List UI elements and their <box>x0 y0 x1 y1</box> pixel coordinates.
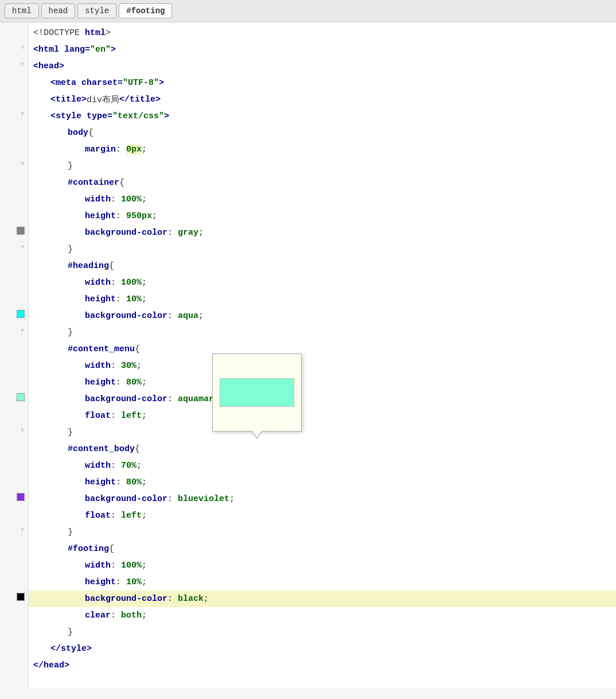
code-line-12: height: 950px; <box>29 208 616 224</box>
gutter-row-2[interactable]: ▽ <box>0 39 28 56</box>
code-line-35: background-color: black; <box>29 591 616 607</box>
code-text: type= <box>87 111 112 121</box>
code-text: : <box>116 145 126 154</box>
breadcrumb-tab-style[interactable]: style <box>77 3 116 18</box>
gutter-row-22 <box>0 372 28 389</box>
code-line-25: } <box>29 424 616 441</box>
gutter-row-31[interactable]: ▽ <box>0 522 28 538</box>
code-text: height <box>85 378 116 387</box>
code-text: float <box>85 411 111 421</box>
fold-arrow[interactable]: ▽ <box>19 244 26 251</box>
fold-arrow[interactable]: ▽ <box>19 161 26 168</box>
code-text: : <box>167 594 178 604</box>
code-text: ; <box>204 594 209 604</box>
code-line-18: background-color: aqua; <box>29 308 616 324</box>
gutter-row-14[interactable]: ▽ <box>0 239 28 255</box>
code-text: > <box>159 78 164 88</box>
gutter-row-9[interactable]: ▽ <box>0 156 28 172</box>
code-text: float <box>85 511 111 521</box>
code-text <box>59 45 64 55</box>
code-text: 10% <box>126 294 142 304</box>
code-text: html <box>85 28 106 38</box>
code-text: height <box>85 294 116 304</box>
gutter-row-18[interactable] <box>0 305 28 322</box>
fold-arrow[interactable]: ▽ <box>19 427 26 434</box>
code-content: <!DOCTYPE html> <html lang="en"> <head> … <box>29 22 616 688</box>
breadcrumb-tab-html[interactable]: html <box>5 3 39 18</box>
breadcrumb-tab-head[interactable]: head <box>41 3 76 18</box>
code-line-10: #container{ <box>29 174 616 191</box>
gutter-row-13[interactable] <box>0 222 28 239</box>
code-text: ; <box>142 145 147 154</box>
gutter-row-25[interactable]: ▽ <box>0 422 28 438</box>
code-text: 0px <box>126 145 142 154</box>
code-text: ; <box>198 311 204 321</box>
color-swatch-blueviolet[interactable] <box>17 493 25 501</box>
color-tooltip <box>212 354 302 432</box>
code-line-28: height: 80%; <box>29 474 616 491</box>
code-line-8: margin: 0px; <box>29 141 616 158</box>
code-text: </style> <box>50 644 92 654</box>
fold-arrow[interactable]: ▽ <box>19 527 26 534</box>
gutter-row-37 <box>0 622 28 638</box>
gutter-row-23[interactable] <box>0 389 28 405</box>
code-text: 30% <box>121 361 137 371</box>
fold-arrow[interactable]: ▽ <box>19 61 26 68</box>
gutter-row-1 <box>0 22 28 39</box>
code-text: ; <box>142 561 147 570</box>
breadcrumb-tab-footing[interactable]: #footing <box>119 3 172 18</box>
code-line-29: background-color: blueviolet; <box>29 491 616 507</box>
fold-arrow[interactable]: ▽ <box>19 327 26 334</box>
color-swatch-aqua[interactable] <box>17 310 25 318</box>
gutter-row-16 <box>0 272 28 289</box>
fold-arrow[interactable]: ▽ <box>19 111 26 118</box>
gutter-row-21 <box>0 355 28 372</box>
code-line-23: background-color: aquamarine; <box>29 391 616 407</box>
code-text: <style <box>50 111 81 121</box>
code-text: ; <box>142 378 147 387</box>
gutter-row-20 <box>0 339 28 355</box>
code-text: <!DOCTYPE <box>33 28 85 38</box>
code-text: <html <box>33 45 59 55</box>
code-text: left <box>121 411 142 421</box>
gutter-row-11 <box>0 189 28 205</box>
color-swatch-black[interactable] <box>17 593 25 601</box>
code-text: 70% <box>121 461 137 471</box>
code-text: : <box>167 494 178 504</box>
code-line-32: #footing{ <box>29 541 616 557</box>
gutter-row-3[interactable]: ▽ <box>0 56 28 72</box>
code-line-22: height: 80%; <box>29 374 616 391</box>
gutter-row-19[interactable]: ▽ <box>0 322 28 339</box>
color-swatch-gray[interactable] <box>17 227 25 235</box>
code-text: { <box>119 178 124 188</box>
code-text: black <box>178 594 204 604</box>
code-text: } <box>68 161 73 171</box>
gutter-row-29[interactable] <box>0 488 28 505</box>
code-text: } <box>68 428 73 437</box>
code-text: 100% <box>121 561 142 570</box>
gutter-row-32 <box>0 538 28 555</box>
code-text: ; <box>198 228 204 238</box>
code-text: #footing <box>68 544 109 554</box>
code-text: background-color <box>85 494 167 504</box>
code-line-20: #content_menu{ <box>29 341 616 358</box>
code-text: <head> <box>33 61 64 71</box>
color-swatch-aquamarine[interactable] <box>17 393 25 401</box>
code-line-2: <html lang="en"> <box>29 41 616 58</box>
code-text: charset= <box>81 78 123 88</box>
fold-arrow[interactable]: ▽ <box>19 44 26 51</box>
code-text: blueviolet <box>178 494 229 504</box>
code-text: 10% <box>126 577 142 587</box>
gutter-row-33 <box>0 555 28 572</box>
gutter-row-35[interactable] <box>0 588 28 605</box>
code-text: "en" <box>90 45 111 55</box>
code-text: background-color <box>85 594 167 604</box>
code-text: : <box>116 294 126 304</box>
code-line-11: width: 100%; <box>29 191 616 208</box>
code-text <box>76 78 81 88</box>
gutter-row-10 <box>0 172 28 189</box>
code-text: both <box>121 611 142 620</box>
code-line-37: } <box>29 624 616 640</box>
gutter-row-6[interactable]: ▽ <box>0 106 28 122</box>
code-line-9: } <box>29 158 616 174</box>
